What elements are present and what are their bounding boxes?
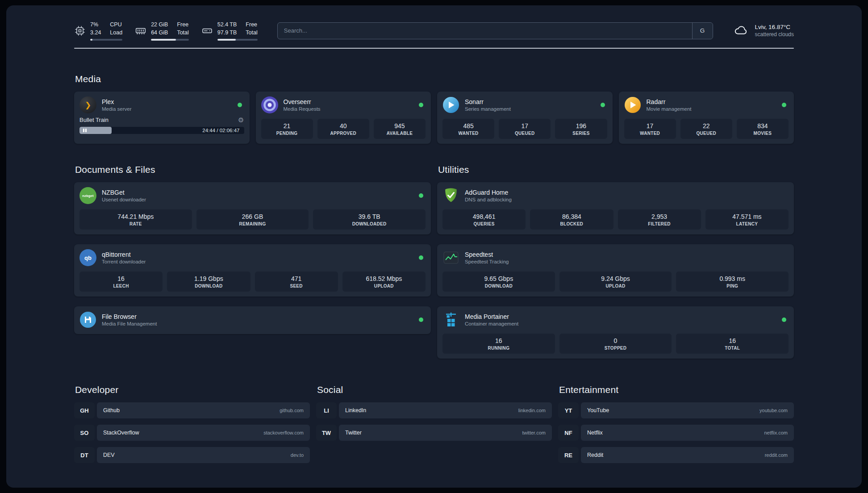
stat-label: MOVIES	[739, 131, 787, 136]
stat-box: 17 WANTED	[624, 119, 676, 139]
bookmark-youtube[interactable]: YT YouTube youtube.com	[558, 402, 794, 418]
stat-box: 618.52 Mbps UPLOAD	[342, 272, 426, 292]
bookmark-url: twitter.com	[522, 430, 546, 435]
pause-button[interactable]	[83, 129, 87, 132]
disk-usage-bar	[217, 39, 258, 41]
weather-condition: scattered clouds	[755, 31, 794, 38]
service-subtitle: Media Requests	[284, 106, 321, 112]
search-provider-button[interactable]: G	[692, 23, 713, 39]
service-subtitle: Media File Management	[102, 321, 157, 326]
service-name: Plex	[102, 98, 131, 105]
bookmark-github[interactable]: GH Github github.com	[74, 402, 310, 418]
bookmark-abbr: GH	[74, 402, 95, 418]
section-title-entertainment: Entertainment	[559, 384, 794, 395]
overseerr-logo-icon	[261, 96, 278, 113]
section-title-developer: Developer	[75, 384, 310, 395]
search-bar: G	[277, 22, 713, 39]
stat-box: 86,384 BLOCKED	[530, 209, 613, 230]
bookmark-abbr: NF	[558, 425, 579, 441]
stat-value: 834	[739, 122, 787, 130]
stat-label: AVAILABLE	[376, 131, 424, 136]
bookmark-abbr: DT	[74, 447, 95, 463]
stat-value: 16	[444, 337, 553, 344]
stat-value: 21	[263, 122, 311, 130]
stat-value: 1.19 Gbps	[169, 275, 248, 282]
bookmark-abbr: TW	[316, 425, 337, 441]
bookmark-url: youtube.com	[760, 408, 788, 413]
stat-box: 17 QUEUED	[499, 119, 551, 139]
memory-label-top: Free	[177, 21, 188, 29]
stat-label: DOWNLOADED	[315, 221, 424, 226]
bookmark-name: LinkedIn	[345, 407, 366, 414]
stat-label: RUNNING	[444, 346, 553, 351]
bookmark-abbr: SO	[74, 425, 95, 441]
bookmark-abbr: YT	[558, 402, 579, 418]
speedtest-logo-icon	[442, 249, 459, 266]
cpu-percent: 7%	[90, 21, 101, 29]
bookmark-twitter[interactable]: TW Twitter twitter.com	[316, 425, 552, 441]
stat-box: 16 LEECH	[79, 272, 163, 292]
service-name: Media Portainer	[465, 313, 518, 320]
bookmark-name: Netflix	[587, 430, 603, 436]
service-subtitle: Torrent downloader	[102, 259, 146, 264]
bookmark-url: reddit.com	[765, 452, 788, 458]
section-entertainment: Entertainment YT YouTube youtube.com NF …	[558, 384, 794, 463]
stat-box: 266 GB REMAINING	[196, 209, 309, 230]
overseerr-card[interactable]: Overseerr Media Requests 21 PENDING 40 A…	[256, 92, 431, 144]
stat-box: 16 RUNNING	[442, 334, 555, 354]
stat-box: 39.6 TB DOWNLOADED	[313, 209, 426, 230]
filebrowser-card[interactable]: File Browser Media File Management	[74, 306, 431, 334]
bookmark-linkedin[interactable]: LI LinkedIn linkedin.com	[316, 402, 552, 418]
section-title-media: Media	[75, 74, 794, 84]
status-dot	[238, 103, 242, 107]
service-subtitle: Speedtest Tracking	[465, 259, 509, 264]
section-title-utilities: Utilities	[438, 164, 794, 175]
playback-time: 24:44 / 02:06:47	[202, 127, 239, 134]
service-subtitle: Series management	[465, 106, 511, 112]
dashboard-page: 7% 3.24 CPU Load	[6, 5, 862, 488]
stat-value: 9.24 Gbps	[561, 275, 670, 282]
stat-value: 945	[376, 122, 424, 130]
stat-box: 485 WANTED	[442, 119, 494, 139]
stat-value: 498,461	[444, 213, 524, 220]
stat-value: 39.6 TB	[315, 213, 424, 220]
bookmark-netflix[interactable]: NF Netflix netflix.com	[558, 425, 794, 441]
bookmark-reddit[interactable]: RE Reddit reddit.com	[558, 447, 794, 463]
service-name: File Browser	[102, 313, 157, 320]
status-dot	[419, 103, 423, 107]
stat-box: 21 PENDING	[261, 119, 313, 139]
stat-label: REMAINING	[198, 221, 307, 226]
memory-free-value: 22 GiB	[151, 21, 168, 29]
bookmark-name: Github	[103, 407, 120, 414]
sonarr-card[interactable]: Sonarr Series management 485 WANTED 17 Q…	[437, 92, 613, 144]
bookmark-name: Reddit	[587, 452, 603, 458]
adguard-logo-icon	[442, 187, 459, 204]
stat-label: PENDING	[263, 131, 311, 136]
nzbget-card[interactable]: nzbget NZBGet Usenet downloader 744.21 M…	[74, 182, 431, 234]
stat-value: 16	[81, 275, 161, 282]
speedtest-card[interactable]: Speedtest Speedtest Tracking 9.65 Gbps D…	[437, 244, 794, 297]
stat-box: 0.993 ms PING	[676, 272, 789, 292]
cpu-widget: 7% 3.24 CPU Load	[74, 21, 122, 41]
stat-value: 618.52 Mbps	[344, 275, 424, 282]
plex-card[interactable]: ❯ Plex Media server Bullet Train ⚙ 24:44…	[74, 92, 250, 144]
gear-icon[interactable]: ⚙	[238, 117, 244, 123]
stat-box: 0 STOPPED	[559, 334, 672, 354]
qbittorrent-card[interactable]: qb qBittorrent Torrent downloader 16 LEE…	[74, 244, 431, 297]
disk-total-value: 97.9 TB	[217, 29, 237, 37]
adguard-card[interactable]: AdGuard Home DNS and adblocking 498,461 …	[437, 182, 794, 234]
bookmark-stackoverflow[interactable]: SO StackOverflow stackoverflow.com	[74, 425, 310, 441]
radarr-card[interactable]: Radarr Movie management 17 WANTED 22 QUE…	[619, 92, 794, 144]
stat-value: 16	[678, 337, 787, 344]
stat-value: 86,384	[532, 213, 611, 220]
bookmark-dev[interactable]: DT DEV dev.to	[74, 447, 310, 463]
topbar-divider	[74, 48, 794, 49]
portainer-logo-icon	[442, 311, 459, 328]
bookmark-url: stackoverflow.com	[263, 430, 304, 435]
portainer-card[interactable]: Media Portainer Container management 16 …	[437, 306, 794, 359]
cloud-icon	[732, 23, 750, 39]
section-developer: Developer GH Github github.com SO StackO…	[74, 384, 310, 463]
section-title-social: Social	[317, 384, 552, 395]
search-input[interactable]	[278, 23, 692, 39]
section-media: Media ❯ Plex Media server Bullet Train ⚙	[74, 74, 794, 144]
